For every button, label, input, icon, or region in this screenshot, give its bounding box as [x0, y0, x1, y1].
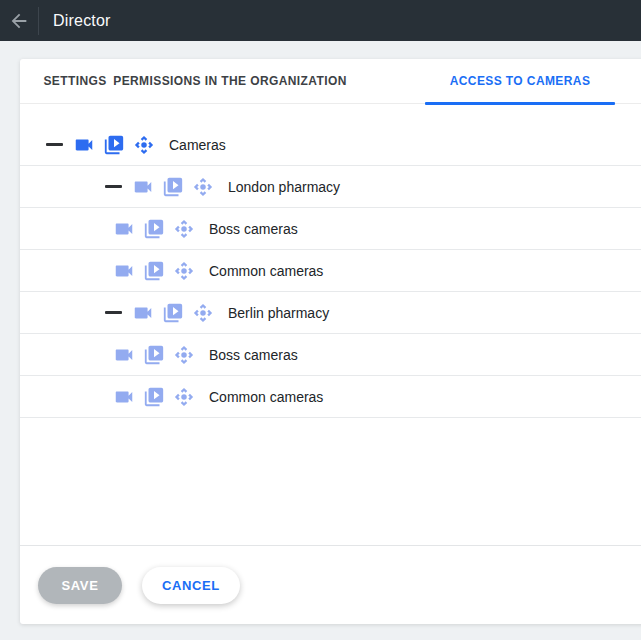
ptz-control-icon[interactable]: [173, 260, 195, 282]
tab-bar: SETTINGS PERMISSIONS IN THE ORGANIZATION…: [20, 59, 641, 104]
tree-row-label: Berlin pharmacy: [228, 305, 329, 321]
tree-row-label: London pharmacy: [228, 179, 340, 195]
camera-access-tree: Cameras London pharmacy Boss cameras Com…: [20, 104, 641, 418]
collapse-icon[interactable]: [46, 143, 63, 146]
video-archive-icon[interactable]: [162, 176, 184, 198]
video-archive-icon[interactable]: [143, 386, 165, 408]
videocam-icon[interactable]: [113, 344, 135, 366]
ptz-control-icon[interactable]: [173, 386, 195, 408]
videocam-icon[interactable]: [113, 386, 135, 408]
ptz-control-icon[interactable]: [133, 134, 155, 156]
save-button[interactable]: SAVE: [38, 567, 122, 604]
ptz-control-icon[interactable]: [192, 176, 214, 198]
role-settings-card: SETTINGS PERMISSIONS IN THE ORGANIZATION…: [20, 59, 641, 624]
videocam-icon[interactable]: [132, 302, 154, 324]
ptz-control-icon[interactable]: [173, 218, 195, 240]
video-archive-icon[interactable]: [103, 134, 125, 156]
videocam-icon[interactable]: [132, 176, 154, 198]
tree-row-cameras[interactable]: Cameras: [20, 124, 641, 166]
collapse-icon[interactable]: [105, 311, 122, 314]
video-archive-icon[interactable]: [143, 260, 165, 282]
tree-row-label: Boss cameras: [209, 347, 298, 363]
video-archive-icon[interactable]: [162, 302, 184, 324]
videocam-icon[interactable]: [113, 218, 135, 240]
tab-access-to-cameras[interactable]: ACCESS TO CAMERAS: [425, 59, 615, 103]
videocam-icon[interactable]: [73, 134, 95, 156]
tree-row-boss-cameras[interactable]: Boss cameras: [20, 334, 641, 376]
tree-row-common-cameras[interactable]: Common cameras: [20, 376, 641, 418]
back-button[interactable]: [0, 0, 38, 41]
tree-row-label: Common cameras: [209, 263, 323, 279]
tree-row-label: Boss cameras: [209, 221, 298, 237]
tree-row-boss-cameras[interactable]: Boss cameras: [20, 208, 641, 250]
app-header: Director: [0, 0, 641, 41]
tree-row-common-cameras[interactable]: Common cameras: [20, 250, 641, 292]
cancel-button[interactable]: CANCEL: [142, 567, 240, 604]
arrow-left-icon: [8, 10, 30, 32]
footer-actions: SAVE CANCEL: [20, 545, 641, 624]
tree-row-london-pharmacy[interactable]: London pharmacy: [20, 166, 641, 208]
ptz-control-icon[interactable]: [192, 302, 214, 324]
tree-row-berlin-pharmacy[interactable]: Berlin pharmacy: [20, 292, 641, 334]
video-archive-icon[interactable]: [143, 344, 165, 366]
tree-row-label: Common cameras: [209, 389, 323, 405]
ptz-control-icon[interactable]: [173, 344, 195, 366]
page-title: Director: [53, 12, 111, 30]
collapse-icon[interactable]: [105, 185, 122, 188]
tab-permissions-in-the-organization[interactable]: PERMISSIONS IN THE ORGANIZATION: [130, 59, 330, 103]
video-archive-icon[interactable]: [143, 218, 165, 240]
videocam-icon[interactable]: [113, 260, 135, 282]
tree-row-label: Cameras: [169, 137, 226, 153]
header-divider: [38, 7, 39, 35]
